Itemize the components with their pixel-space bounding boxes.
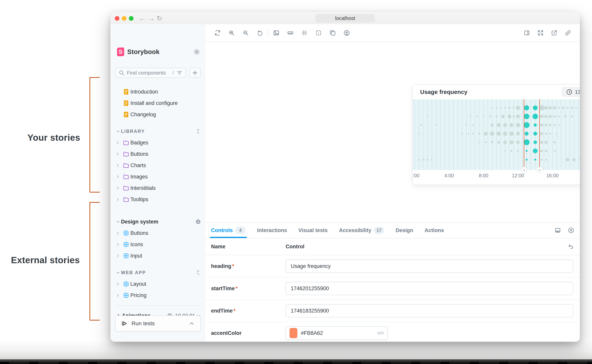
sidebar-folder-badges[interactable]: Badges [115,137,201,148]
open-new-tab-icon[interactable] [551,30,558,36]
accentColor-input[interactable]: #FB8A62</> [286,326,388,340]
doc-icon [122,88,130,95]
tab-accessibility[interactable]: Accessibility17 [339,223,384,238]
tab-label: Design [396,228,413,234]
range-end-handle[interactable] [536,167,543,173]
heading-input[interactable]: Usage frequency [286,260,573,273]
sidebar-folder-images[interactable]: Images [115,171,201,182]
section-web-app[interactable]: WEB APP [115,267,201,278]
copy-link-icon[interactable] [565,30,571,36]
addon-panel: Controls4InteractionsVisual testsAccessi… [206,222,580,342]
gear-icon[interactable] [193,49,200,55]
endTime-input[interactable]: 1746183255900 [286,304,573,318]
address-bar[interactable]: localhost [315,14,375,22]
control-name: startTime* [211,286,286,292]
range-start-handle[interactable] [521,167,527,173]
section-library[interactable]: LIBRARY [115,126,201,137]
nav-item-label: Interstitials [130,185,156,191]
close-panel-icon[interactable] [568,227,574,234]
chevron-up-icon[interactable] [188,320,195,327]
sidebar-folder-tooltips[interactable]: Tooltips [115,194,201,205]
raw-value-icon[interactable]: </> [377,330,384,336]
section-title: Design system [121,219,158,225]
reload-glyph: ↻ [157,14,162,22]
zoom-window-button[interactable] [129,16,134,21]
tab-actions[interactable]: Actions [425,223,444,238]
tab-badge: 17 [374,227,384,234]
filter-icon[interactable] [176,70,183,76]
desk-background [0,340,592,360]
sidebar-component-layout[interactable]: Layout [115,278,201,290]
zoom-in-icon[interactable] [228,30,235,36]
expander-icon[interactable] [195,270,201,275]
tab-interactions[interactable]: Interactions [257,223,287,238]
sidebar-component-input[interactable]: Input [115,250,201,261]
browser-reload-icon[interactable]: ↻ [157,12,162,24]
sidebar-doc-install-and-configure[interactable]: Install and configure [115,98,201,109]
create-story-button[interactable] [189,68,201,78]
tab-visual-tests[interactable]: Visual tests [298,223,328,238]
sidebar-toggle-icon[interactable] [523,30,530,36]
toolbar-right-group [523,30,571,36]
control-row-heading: heading*Usage frequency [206,255,580,278]
search-placeholder: Find components [127,70,172,76]
measure-icon[interactable] [287,30,294,36]
globe-icon[interactable] [195,219,201,224]
brand-name[interactable]: Storybook [127,48,160,56]
chevron-right-icon [115,186,122,191]
tab-design[interactable]: Design [396,223,413,238]
section-title: LIBRARY [121,129,145,134]
browser-back-icon[interactable]: ← [139,12,146,24]
doc-icon [122,100,130,106]
nav-item-label: Buttons [130,151,148,157]
grid-icon[interactable] [301,30,308,36]
background-icon[interactable] [273,30,280,36]
search-input[interactable]: Find components / [115,68,186,78]
expander-icon[interactable] [195,129,201,134]
color-swatch[interactable] [290,328,297,338]
storybook-sidebar: S Storybook Find components / Introducti… [111,24,206,342]
minimize-window-button[interactable] [122,16,126,21]
run-tests-button[interactable]: Run tests [115,315,201,332]
nav-item-label: Layout [130,281,146,287]
startTime-input[interactable]: 1746201255900 [286,282,573,295]
sidebar-folder-interstitials[interactable]: Interstitials [115,182,201,194]
nav-item-label: Icons [130,241,143,247]
storybook-logo-icon[interactable]: S [117,47,124,56]
tab-badge: 4 [235,227,246,234]
browser-forward-icon[interactable]: → [148,12,155,24]
plot-background [413,99,580,170]
chevron-right-icon [115,242,122,247]
control-name: heading* [211,263,286,269]
outline-icon[interactable] [315,30,322,36]
close-window-button[interactable] [115,16,119,21]
sidebar-component-icons[interactable]: Icons [115,239,201,250]
zoom-reset-icon[interactable] [256,30,263,36]
section-design-system[interactable]: Design system [115,216,201,228]
sidebar-folder-charts[interactable]: Charts [115,160,201,171]
folder-icon [122,174,130,180]
sidebar-doc-introduction[interactable]: Introduction [115,86,201,98]
sidebar-component-buttons[interactable]: Buttons [115,228,201,239]
viewport-icon[interactable] [329,30,336,36]
sidebar-folder-buttons[interactable]: Buttons [115,148,201,160]
sidebar-component-pricing[interactable]: Pricing [115,290,201,301]
tab-controls[interactable]: Controls4 [211,223,246,238]
sidebar-doc-changelog[interactable]: Changelog [115,109,201,120]
svg-text:8:00: 8:00 [479,173,488,178]
sidebar-divider [115,305,201,306]
sidebar-nav: IntroductionInstall and configureChangel… [115,86,201,321]
accessibility-icon[interactable] [343,30,350,36]
zoom-out-icon[interactable] [242,30,249,36]
controls-header-row: Name Control [206,238,580,255]
folder-icon [122,140,130,146]
controls-rows: heading*Usage frequencystartTime*1746201… [206,255,580,342]
fullscreen-icon[interactable] [537,30,544,36]
panel-position-icon[interactable] [554,227,561,234]
reset-controls-icon[interactable] [568,243,574,250]
nav-item-label: Images [130,174,148,180]
folder-icon [122,196,130,202]
remount-icon[interactable] [214,30,221,36]
component-icon [122,241,130,247]
control-name: endTime* [211,308,286,314]
